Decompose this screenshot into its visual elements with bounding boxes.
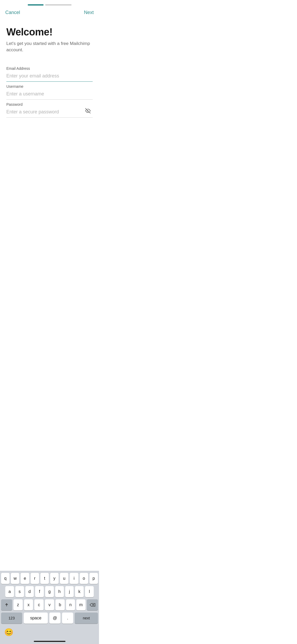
password-field-group: Password [6,100,93,118]
registration-form: Email Address Username Password [0,64,99,118]
password-visibility-toggle[interactable] [83,107,93,115]
welcome-title: Welcome! [6,26,93,38]
email-input-row [6,72,93,81]
email-field-group: Email Address [6,64,93,82]
username-label: Username [6,84,93,89]
username-field-group: Username [6,82,93,100]
progress-step-2 [45,4,72,6]
email-label: Email Address [6,66,93,71]
password-input[interactable] [6,108,93,117]
cancel-button[interactable]: Cancel [5,9,20,16]
username-input[interactable] [6,90,93,99]
progress-step-1 [28,4,44,6]
password-input-row [6,108,93,117]
username-input-row [6,90,93,99]
main-content: Welcome! Let's get you started with a fr… [0,19,99,53]
progress-bar [0,0,99,6]
eye-slash-icon [84,108,92,113]
email-input[interactable] [6,72,93,81]
welcome-subtitle: Let's get you started with a free Mailch… [6,40,93,53]
nav-bar: Cancel Next [0,6,99,19]
next-button[interactable]: Next [84,9,94,16]
password-label: Password [6,102,93,107]
